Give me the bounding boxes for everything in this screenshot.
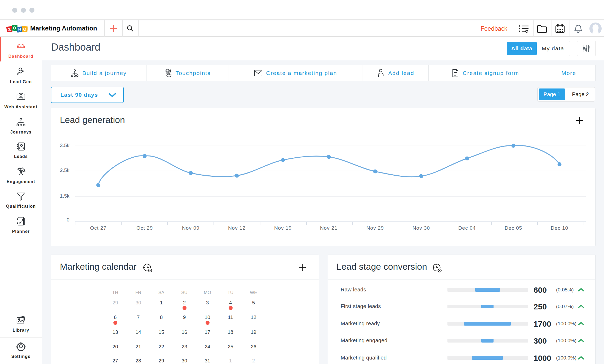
svg-text:H: H — [18, 27, 21, 32]
svg-text:O: O — [12, 25, 16, 30]
svg-text:O: O — [23, 27, 27, 32]
